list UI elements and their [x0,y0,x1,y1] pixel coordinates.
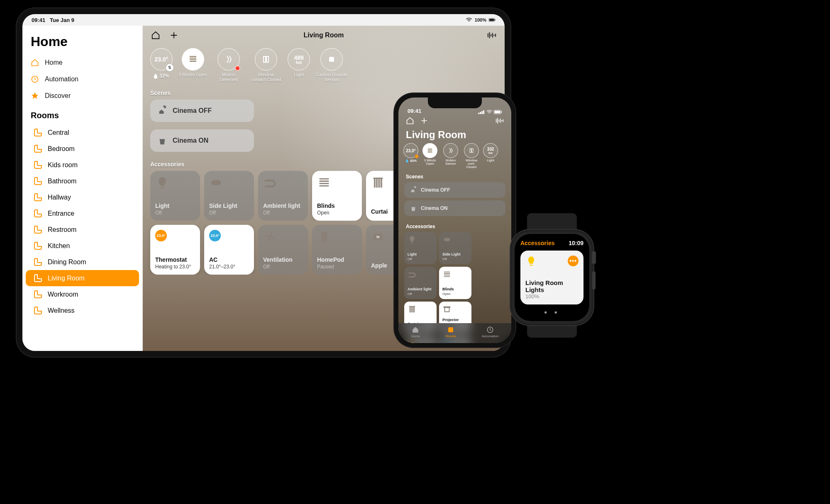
sidebar-room-item[interactable]: Bedroom [26,141,139,157]
sidebar-room-item[interactable]: Central [26,124,139,141]
accessory-tile[interactable]: LightOff [404,232,437,264]
room-label: Wellness [48,307,75,314]
scene-cinema-off[interactable]: Cinema OFF [150,100,254,122]
watch-crown[interactable] [592,251,596,264]
accessory-tile[interactable]: VentilationOff [258,225,308,275]
pill-motion[interactable]: Motion Detected [213,48,244,82]
iphone-home-button[interactable] [406,117,414,127]
more-button[interactable]: ••• [568,256,579,266]
room-icon [34,242,42,250]
drop-icon [154,73,158,78]
nav-home[interactable]: Home [22,54,142,71]
bulb-icon [155,176,169,190]
accessory-tile[interactable]: Ambient lightOff [404,267,437,299]
nav-automation[interactable]: Automation [22,71,142,88]
accessory-tile[interactable]: 23.0°ThermostatHeating to 23.0° [150,225,200,275]
blinds-icon [317,176,331,190]
sidebar-room-item[interactable]: Living Room [26,270,139,286]
pill-motion[interactable]: Motion Sensor [442,143,460,169]
accessory-tile[interactable]: HomePodPaused [312,225,362,275]
iphone-status-right [478,110,502,114]
blinds-icon [442,270,452,279]
scene-cinema-on[interactable]: Cinema ON [404,200,505,216]
iphone-scenes-label: Scenes [398,169,511,182]
tab-automation[interactable]: Automation [482,326,498,338]
tile-name: Side Light [209,202,249,209]
sidebar-room-item[interactable]: Kitchen [26,238,139,254]
pill-window-contact[interactable]: Window contact Closed [250,48,282,82]
sidebar-room-item[interactable]: Dining Room [26,254,139,270]
sidebar: Home Home Automation Discover Rooms Cent… [22,26,143,351]
iphone-intercom-button[interactable] [496,117,504,127]
iphone-pills-row: 23,0° 💧 32% 3 Blinds Open Motion Sensor … [398,143,511,169]
popcorn-icon [158,136,167,145]
tile-name: Blinds [317,202,357,209]
pill-temperature[interactable]: 23.0°⇅ 32% [150,48,173,79]
room-label: Living Room [48,275,85,282]
tile-name: Living Room Lights [525,279,579,294]
temp-dot-icon: 23.0° [209,230,221,241]
pill-blinds[interactable]: 3 Blinds Open [421,143,439,169]
iphone-title: Living Room [398,128,511,143]
svg-rect-1 [489,19,494,21]
scene-cinema-off[interactable]: Cinema OFF [404,182,505,198]
iphone-add-button[interactable] [420,117,428,127]
wifi-icon [486,110,492,114]
accessory-tile[interactable]: 23.0°AC21.0°–23.0° [204,225,254,275]
motion-icon [224,54,234,64]
room-icon [34,274,42,282]
iphone-notch [428,97,482,108]
rooms-header: Rooms [22,104,142,124]
watch-screen: Accessories 10:09 ••• Living Room Lights… [515,234,589,321]
moon-house-icon [410,187,417,193]
sidebar-room-item[interactable]: Hallway [26,189,139,205]
svg-rect-19 [472,149,473,152]
sidebar-room-item[interactable]: Kids room [26,157,139,173]
tab-home[interactable]: Home [411,326,420,338]
tab-rooms[interactable]: Rooms [446,326,456,338]
accessory-tile[interactable]: Side LightOff [204,171,254,221]
pill-temperature[interactable]: 23,0° 💧 32% [403,143,418,169]
tab-label: Rooms [446,334,456,338]
watch-accessory-tile[interactable]: ••• Living Room Lights 100% [520,251,583,304]
pill-light[interactable]: 489lux Light [288,48,310,77]
nav-discover[interactable]: Discover [22,88,142,104]
watch-side-button[interactable] [592,271,596,290]
room-icon [34,193,42,201]
pill-blinds[interactable]: 3 Blinds Open [178,48,207,77]
status-pills-row: 23.0°⇅ 32% 3 Blinds Open Motion Detected… [143,45,505,84]
projector-icon [442,305,452,314]
sidebar-room-item[interactable]: Restroom [26,222,139,238]
pill-window[interactable]: Window cont. Closed [462,143,481,169]
tile-state: Off [209,210,249,216]
signal-icon [478,110,485,114]
accessory-tile[interactable]: LightOff [150,171,200,221]
sidebar-room-item[interactable]: Wellness [26,302,139,319]
sidebar-room-item[interactable]: Bathroom [26,173,139,189]
accessory-tile[interactable]: BlindsOpen [439,267,471,299]
watch-statusbar: Accessories 10:09 [520,240,583,246]
pill-label: Window contact Closed [250,72,282,82]
updown-icon: ⇅ [166,64,173,71]
lux-value: 332 [487,147,494,151]
pill-light[interactable]: 332lux Light [483,143,498,169]
content-title: Living Room [143,32,505,39]
strip-icon [408,270,417,279]
room-label: Central [48,129,69,136]
content-topbar: Living Room [143,26,505,45]
accessory-tile[interactable]: BlindsOpen [312,171,362,221]
homepod-icon [317,230,331,244]
pill-co2[interactable]: Carbon Dioxide Sensor [316,48,347,82]
accessory-tile[interactable]: Side LightOff [439,232,471,264]
scene-cinema-on[interactable]: Cinema ON [150,129,254,152]
blinds-icon [188,54,198,64]
accessory-tile[interactable]: Ambient lightOff [258,171,308,221]
svg-point-8 [269,236,271,238]
sidebar-room-item[interactable]: Entrance [26,205,139,222]
sidebar-room-item[interactable]: Workroom [26,286,139,302]
tile-name: Thermostat [155,256,195,263]
room-icon [34,209,42,217]
room-icon [34,226,42,234]
humidity-value: 32% [159,73,169,79]
tile-name: AC [209,256,249,263]
